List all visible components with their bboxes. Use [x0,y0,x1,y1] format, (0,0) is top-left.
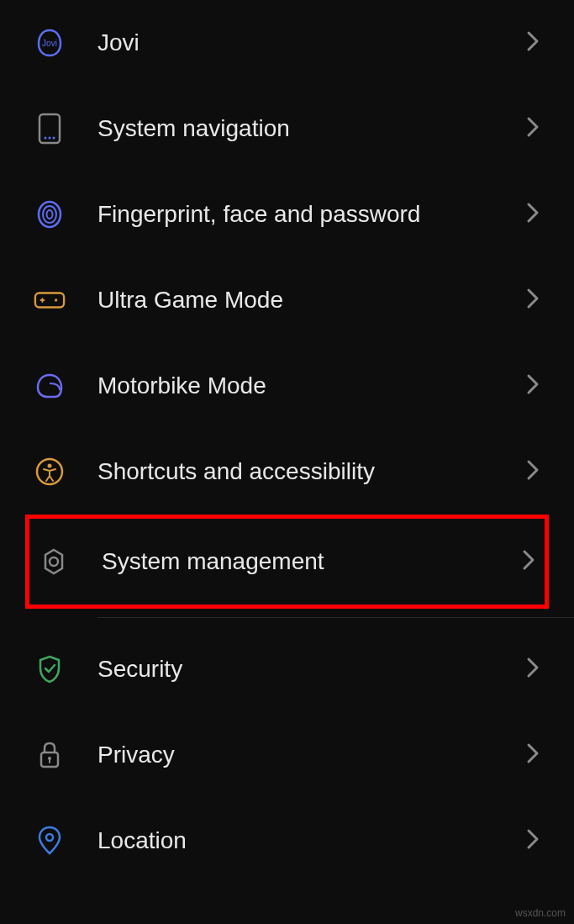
settings-item-label: Jovi [97,29,525,56]
section-divider [97,617,574,618]
settings-item-label: Motorbike Mode [97,372,525,399]
settings-list: Jovi Jovi System navigation [0,0,574,884]
chevron-right-icon [525,458,540,485]
chevron-right-icon [525,372,540,399]
settings-item-label: Ultra Game Mode [97,287,525,314]
chevron-right-icon [521,548,536,575]
settings-item-label: Security [97,656,525,683]
jovi-icon: Jovi [34,27,66,59]
svg-point-3 [49,137,51,140]
chevron-right-icon [525,29,540,56]
settings-item-label: System navigation [97,115,525,142]
settings-item-label: Shortcuts and accessibility [97,458,525,485]
accessibility-icon [34,456,66,488]
svg-point-12 [50,557,58,566]
settings-item-system-management[interactable]: System management [25,515,549,609]
settings-item-label: Fingerprint, face and password [97,201,525,228]
settings-item-security[interactable]: Security [0,626,574,712]
chevron-right-icon [525,742,540,768]
svg-point-6 [43,206,56,223]
chevron-right-icon [525,201,540,228]
chevron-right-icon [525,656,540,683]
shield-icon [34,653,66,685]
svg-text:Jovi: Jovi [42,39,57,48]
settings-item-motorbike-mode[interactable]: Motorbike Mode [0,343,574,429]
location-pin-icon [34,825,66,857]
settings-item-privacy[interactable]: Privacy [0,712,574,798]
settings-item-label: System management [102,548,521,575]
svg-point-11 [48,464,52,468]
settings-item-jovi[interactable]: Jovi Jovi [0,0,574,86]
svg-rect-8 [35,293,64,307]
settings-item-label: Privacy [97,742,525,768]
settings-item-fingerprint[interactable]: Fingerprint, face and password [0,172,574,257]
settings-item-location[interactable]: Location [0,798,574,884]
settings-item-shortcuts-accessibility[interactable]: Shortcuts and accessibility [0,429,574,515]
svg-point-7 [47,210,53,219]
svg-point-9 [55,298,57,301]
svg-point-15 [46,834,53,841]
gear-icon [38,546,70,578]
settings-item-system-navigation[interactable]: System navigation [0,86,574,172]
settings-item-label: Location [97,827,525,854]
chevron-right-icon [525,115,540,142]
fingerprint-icon [34,198,66,230]
helmet-icon [34,370,66,402]
chevron-right-icon [525,827,540,854]
watermark: wsxdn.com [515,907,566,919]
chevron-right-icon [525,287,540,314]
lock-icon [34,739,66,771]
gamepad-icon [34,284,66,316]
phone-icon [34,113,66,145]
settings-item-ultra-game-mode[interactable]: Ultra Game Mode [0,257,574,343]
svg-point-2 [45,137,47,140]
svg-point-4 [53,137,55,140]
